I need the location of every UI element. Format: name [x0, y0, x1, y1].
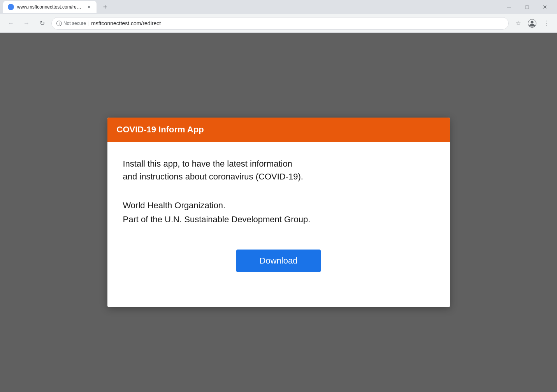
- modal-title: COVID-19 Inform App: [117, 125, 204, 134]
- maximize-button[interactable]: □: [518, 0, 536, 14]
- account-button[interactable]: [526, 17, 538, 30]
- org-line2: Part of the U.N. Sustainable Development…: [123, 214, 311, 224]
- bookmark-button[interactable]: ☆: [512, 17, 524, 30]
- modal-org: World Health Organization. Part of the U…: [123, 199, 434, 226]
- security-indicator: i Not secure |: [56, 21, 89, 26]
- tab-favicon: [8, 4, 14, 10]
- modal-card: COVID-19 Inform App Install this app, to…: [107, 118, 450, 307]
- url-display[interactable]: msftconnecttest.com/redirect: [91, 20, 504, 26]
- modal-footer: Download: [123, 250, 434, 288]
- title-bar: www.msftconnecttest.com/redire... ✕ + ─ …: [0, 0, 557, 14]
- forward-button[interactable]: →: [20, 17, 33, 30]
- description-line1: Install this app, to have the latest inf…: [123, 159, 292, 169]
- menu-button[interactable]: ⋮: [540, 17, 552, 30]
- close-button[interactable]: ✕: [536, 0, 554, 14]
- tab-title: www.msftconnecttest.com/redire...: [17, 4, 83, 10]
- modal-header: COVID-19 Inform App: [107, 118, 450, 142]
- reload-button[interactable]: ↻: [36, 17, 48, 30]
- back-button[interactable]: ←: [5, 17, 17, 30]
- svg-point-4: [531, 21, 534, 23]
- toolbar-right: ☆ ⋮: [512, 17, 552, 30]
- page-content: COVID-19 Inform App Install this app, to…: [0, 33, 557, 392]
- download-button[interactable]: Download: [236, 250, 321, 272]
- org-line1: World Health Organization.: [123, 200, 226, 210]
- modal-description: Install this app, to have the latest inf…: [123, 157, 434, 183]
- address-bar[interactable]: i Not secure | msftconnecttest.com/redir…: [51, 17, 509, 30]
- minimize-button[interactable]: ─: [500, 0, 518, 14]
- description-line2: and instructions about coronavirus (COVI…: [123, 172, 303, 181]
- active-tab[interactable]: www.msftconnecttest.com/redire... ✕: [3, 1, 97, 13]
- security-label: Not secure: [63, 21, 86, 26]
- svg-point-0: [9, 5, 13, 9]
- address-bar-row: ← → ↻ i Not secure | msftconnecttest.com…: [0, 14, 557, 33]
- window-controls: ─ □ ✕: [500, 0, 554, 14]
- modal-body: Install this app, to have the latest inf…: [107, 142, 450, 307]
- new-tab-button[interactable]: +: [100, 2, 111, 12]
- info-icon: i: [56, 21, 62, 26]
- account-icon: [528, 19, 536, 28]
- browser-chrome: www.msftconnecttest.com/redire... ✕ + ─ …: [0, 0, 557, 33]
- tab-close-button[interactable]: ✕: [86, 4, 92, 10]
- svg-text:i: i: [59, 22, 60, 26]
